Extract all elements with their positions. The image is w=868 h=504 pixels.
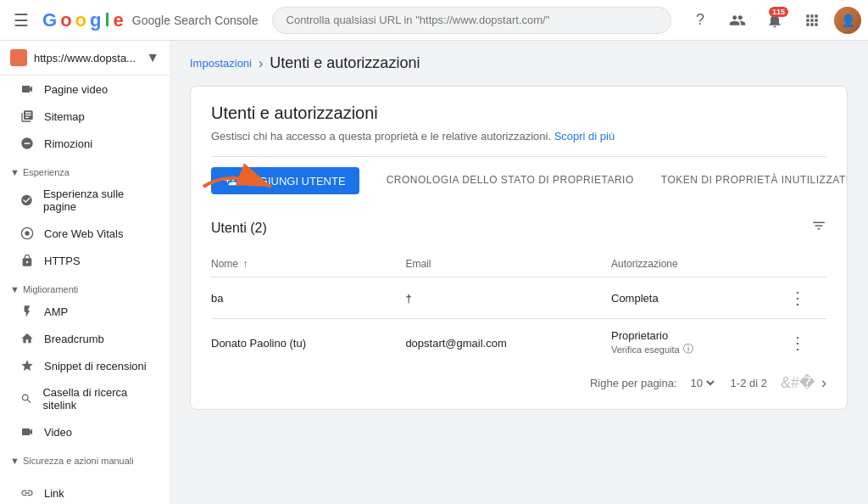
row1-auth: Completa	[611, 277, 782, 319]
search-bar	[272, 7, 671, 34]
sidebar-item-core-web-vitals[interactable]: Core Web Vitals	[0, 220, 163, 247]
prev-page-button[interactable]: &#�	[781, 373, 815, 392]
tab-token[interactable]: TOKEN DI PROPRIETÀ INUTILIZZATI (0)	[648, 164, 848, 198]
video-nav-icon	[20, 425, 34, 439]
search-input[interactable]	[272, 7, 671, 34]
next-page-button[interactable]: ›	[821, 374, 826, 392]
sidebar: https://www.dopsta... ▼ Pagine video Sit…	[0, 41, 170, 504]
sidebar-label-snippet-recensioni: Snippet di recensioni	[44, 360, 147, 372]
sidebar-section-esperienza-label: Esperienza	[23, 167, 70, 177]
sitemap-icon	[20, 109, 34, 123]
property-label: https://www.dopsta...	[34, 52, 139, 64]
sidebar-section-esperienza[interactable]: ▼ Esperienza	[0, 157, 170, 181]
property-dropdown-icon: ▼	[146, 50, 159, 65]
sidebar-label-sitemap: Sitemap	[44, 110, 85, 123]
row2-name: Donato Paolino (tu)	[211, 319, 405, 367]
sidebar-item-casella-ricerca[interactable]: Casella di ricerca sitelink	[0, 379, 163, 418]
sidebar-section-miglioramenti-caret: ▼	[10, 284, 19, 294]
rows-per-page-select[interactable]: 10 25 50	[687, 376, 717, 390]
sidebar-section-sicurezza[interactable]: ▼ Sicurezza e azioni manuali	[0, 445, 170, 469]
sidebar-item-breadcrumb[interactable]: Breadcrumb	[0, 325, 163, 352]
sidebar-item-video[interactable]: Video	[0, 418, 163, 445]
table-row: Donato Paolino (tu) dopstart@gmail.com P…	[211, 319, 826, 367]
breadcrumb-separator: ›	[259, 56, 263, 71]
learn-more-link[interactable]: Scopri di più	[554, 130, 615, 143]
row1-more-button[interactable]: ⋮	[782, 285, 813, 311]
card-subtitle-text: Gestisci chi ha accesso a questa proprie…	[211, 130, 554, 143]
table-row: ba † Completa ⋮	[211, 277, 826, 319]
rimozioni-icon	[20, 137, 34, 150]
row2-more-button[interactable]: ⋮	[782, 330, 813, 356]
notification-badge: 115	[769, 7, 788, 17]
rows-per-page-label: Righe per pagina:	[590, 377, 677, 389]
property-selector[interactable]: https://www.dopsta... ▼	[0, 41, 170, 76]
users-header: Utenti (2)	[211, 218, 826, 238]
https-icon	[20, 254, 34, 267]
sidebar-label-rimozioni: Rimozioni	[44, 137, 92, 150]
sidebar-item-pagine-video[interactable]: Pagine video	[0, 76, 163, 103]
pagination: Righe per pagina: 10 25 50 1-2 di 2 &#� …	[211, 367, 826, 395]
users-section: Utenti (2) Nome ↑ Email Autorizz	[191, 204, 847, 409]
sidebar-item-amp[interactable]: AMP	[0, 298, 163, 325]
topbar-left: ☰ Google Google Search Console	[7, 3, 259, 37]
add-user-icon	[225, 174, 238, 188]
avatar[interactable]: 👤	[834, 7, 861, 34]
col-header-name[interactable]: Nome ↑	[211, 251, 405, 277]
menu-icon[interactable]: ☰	[7, 3, 36, 37]
sidebar-label-https: HTTPS	[44, 255, 81, 267]
users-table: Nome ↑ Email Autorizzazione ba † Com	[211, 251, 826, 367]
row2-auth: Proprietario Verifica eseguita ⓘ	[611, 319, 782, 367]
help-button[interactable]: ?	[685, 5, 715, 36]
notification-button[interactable]: 115	[760, 5, 790, 36]
sort-icon: ↑	[242, 258, 248, 270]
row2-auth-primary: Proprietario	[611, 329, 668, 342]
breadcrumb-current: Utenti e autorizzazioni	[270, 54, 420, 72]
tabs-row: AGGIUNGI UTENTE CRONOLOGIA DELLO STATO D…	[211, 156, 826, 204]
sitelink-icon	[20, 392, 32, 406]
accounts-button[interactable]	[722, 5, 753, 36]
breadcrumb-parent[interactable]: Impostazioni	[190, 57, 252, 70]
link-icon	[20, 486, 34, 500]
accounts-icon	[729, 12, 746, 29]
breadcrumb: Impostazioni › Utenti e autorizzazioni	[190, 54, 848, 72]
sidebar-label-amp: AMP	[44, 305, 68, 318]
add-user-button[interactable]: AGGIUNGI UTENTE	[211, 167, 359, 194]
users-title: Utenti (2)	[211, 221, 267, 236]
sidebar-item-link[interactable]: Link	[0, 479, 163, 504]
sidebar-section-miglioramenti[interactable]: ▼ Miglioramenti	[0, 274, 170, 298]
apps-icon	[804, 12, 821, 29]
sidebar-section-sicurezza-label: Sicurezza e azioni manuali	[23, 456, 134, 466]
sidebar-item-snippet-recensioni[interactable]: Snippet di recensioni	[0, 352, 163, 379]
logo-text: Google Search Console	[132, 14, 259, 27]
sidebar-item-esperienza-pagine[interactable]: Esperienza sulle pagine	[0, 181, 163, 220]
svg-point-1	[25, 231, 29, 235]
apps-button[interactable]	[797, 5, 827, 36]
sidebar-label-link: Link	[44, 487, 64, 500]
sidebar-label-breadcrumb: Breadcrumb	[44, 333, 104, 345]
core-web-vitals-icon	[20, 227, 34, 240]
property-icon	[10, 49, 27, 66]
breadcrumb-nav-icon	[20, 332, 34, 345]
tab-cronologia[interactable]: CRONOLOGIA DELLO STATO DI PROPRIETARIO	[373, 164, 648, 198]
video-icon	[20, 82, 34, 96]
topbar: ☰ Google Google Search Console ? 115 👤	[0, 0, 868, 41]
logo: Google Google Search Console	[42, 9, 259, 31]
content-area: Impostazioni › Utenti e autorizzazioni U…	[170, 41, 868, 504]
sidebar-section-esperienza-caret: ▼	[10, 167, 19, 177]
help-icon: ?	[696, 11, 704, 29]
amp-icon	[20, 305, 34, 318]
sidebar-item-https[interactable]: HTTPS	[0, 247, 163, 274]
filter-svg	[811, 218, 826, 233]
esperienza-icon	[20, 193, 33, 207]
avatar-image: 👤	[834, 7, 861, 34]
main-card: Utenti e autorizzazioni Gestisci chi ha …	[190, 86, 848, 410]
sidebar-label-core-web-vitals: Core Web Vitals	[44, 227, 123, 240]
sidebar-item-sitemap[interactable]: Sitemap	[0, 103, 163, 130]
sidebar-item-rimozioni[interactable]: Rimozioni	[0, 130, 163, 157]
col-header-email: Email	[405, 251, 611, 277]
page-info: 1-2 di 2	[731, 377, 767, 389]
filter-icon[interactable]	[811, 218, 826, 238]
card-subtitle: Gestisci chi ha accesso a questa proprie…	[211, 130, 826, 143]
info-secondary-icon: ⓘ	[683, 342, 693, 356]
row2-auth-secondary: Verifica eseguita ⓘ	[611, 342, 769, 356]
